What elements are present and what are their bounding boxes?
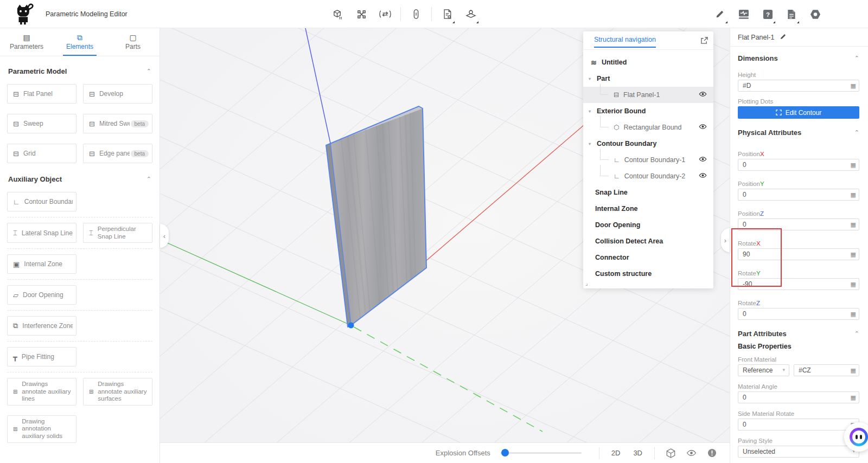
visibility-eye-icon[interactable] bbox=[699, 124, 707, 131]
edit-contour-button[interactable]: Edit Contour bbox=[738, 106, 859, 119]
calculator-icon[interactable]: ▦ bbox=[851, 280, 856, 288]
perpendicular-snap-line-button[interactable]: ⌶Perpendicular Snap Line bbox=[83, 223, 152, 243]
visibility-eye-icon[interactable] bbox=[681, 449, 701, 456]
z-axis-blue bbox=[305, 28, 330, 143]
calculator-icon[interactable]: ▦ bbox=[851, 221, 856, 228]
tab-label: Parameters bbox=[10, 43, 43, 50]
sweep-button[interactable]: ⊟Sweep bbox=[7, 114, 76, 133]
collapse-chevron-icon[interactable]: ⌃ bbox=[146, 176, 151, 183]
tab-parameters[interactable]: ▤ Parameters bbox=[0, 28, 53, 56]
internal-zone-button[interactable]: ▣Internal Zone bbox=[7, 254, 76, 274]
lateral-snap-line-button[interactable]: ⌶Lateral Snap Line bbox=[7, 223, 76, 243]
tree-group-connector[interactable]: Connector bbox=[583, 249, 713, 266]
tree-group-collision-detect-area[interactable]: Collision Detect Area bbox=[583, 233, 713, 249]
side-material-rotate-input[interactable]: 0▦ bbox=[738, 419, 859, 430]
calculator-icon[interactable]: ▦ bbox=[851, 366, 856, 374]
model-3d-icon[interactable] bbox=[326, 0, 349, 28]
caret-down-icon[interactable]: ▾ bbox=[589, 109, 594, 114]
calculator-icon[interactable]: ▦ bbox=[851, 250, 856, 258]
collapse-chevron-icon[interactable]: ⌃ bbox=[854, 55, 859, 62]
mitred-sweep-button[interactable]: ⊟Mitred Sweepbeta bbox=[83, 114, 152, 133]
tree-root-untitled[interactable]: ≋ Untitled bbox=[583, 54, 713, 70]
svg-text:?: ? bbox=[766, 11, 770, 17]
drawing-annotation-solids-button[interactable]: ⧈Drawing annotation auxiliary solids bbox=[7, 415, 76, 443]
tab-parts[interactable]: ▢ Parts bbox=[106, 28, 159, 56]
drawings-annotate-surfaces-button[interactable]: ⧈Drawings annotate auxiliary surfaces bbox=[83, 378, 152, 406]
binding-icon[interactable] bbox=[404, 0, 428, 28]
tree-group-snap-line[interactable]: Snap Line bbox=[583, 184, 713, 201]
drawings-annotate-lines-button[interactable]: ⧈Drawings annotate auxiliary lines bbox=[7, 378, 76, 406]
resize-handle-icon[interactable]: ⌞ bbox=[585, 280, 588, 286]
view-3d-button[interactable]: 3D bbox=[627, 449, 649, 457]
explosion-offsets-label: Explosion Offsets bbox=[436, 449, 490, 457]
rename-pencil-icon[interactable] bbox=[780, 33, 787, 42]
pipe-fitting-button[interactable]: ┳Pipe Fitting bbox=[7, 347, 76, 366]
tab-structural-navigation[interactable]: Structural navigation bbox=[594, 36, 656, 48]
calculator-icon[interactable]: ▦ bbox=[851, 161, 856, 169]
height-input[interactable]: #D ▦ bbox=[738, 80, 859, 92]
caret-down-icon[interactable]: ▾ bbox=[589, 142, 594, 146]
collapse-chevron-icon[interactable]: ⌃ bbox=[854, 129, 859, 136]
tree-group-custom-structure[interactable]: Custom structure bbox=[583, 266, 713, 282]
edge-panel-button[interactable]: ⊟Edge panelbeta bbox=[83, 144, 152, 163]
tree-group-internal-zone[interactable]: Internal Zone bbox=[583, 201, 713, 217]
contour-boundary-button[interactable]: ∟Contour Boundary bbox=[7, 192, 76, 211]
node-cross-icon[interactable] bbox=[349, 0, 373, 28]
collapse-right-sidebar-handle[interactable]: › bbox=[721, 228, 730, 252]
material-angle-label: Material Angle bbox=[738, 381, 859, 390]
tree-item-rectangular-bound[interactable]: ⬡ Rectangular Bound bbox=[583, 119, 713, 136]
side-material-rotate-label: Side Material Rotate bbox=[738, 408, 859, 417]
topbar: Parametric Modeling Editor bbox=[0, 0, 868, 28]
calculator-icon[interactable]: ▦ bbox=[851, 394, 856, 401]
settings-nut-icon[interactable] bbox=[803, 0, 827, 28]
visibility-eye-icon[interactable] bbox=[699, 172, 707, 180]
document-settings-icon[interactable] bbox=[435, 0, 459, 28]
caret-down-icon[interactable]: ▾ bbox=[589, 76, 594, 81]
structure-tree: ≋ Untitled ▾ Part ⊟ Flat Panel-1 ▾ Exter… bbox=[583, 50, 713, 282]
flat-panel-button[interactable]: ⊟Flat Panel bbox=[7, 84, 76, 104]
origin-point bbox=[348, 323, 354, 329]
view-2d-button[interactable]: 2D bbox=[605, 449, 627, 457]
calculator-icon[interactable]: ▦ bbox=[851, 82, 856, 89]
grid-button[interactable]: ⊟Grid bbox=[7, 144, 76, 163]
cube-view-icon[interactable] bbox=[660, 448, 681, 458]
collapse-chevron-icon[interactable]: ⌃ bbox=[146, 68, 151, 75]
paving-style-select[interactable]: Unselected▾ bbox=[738, 446, 859, 458]
position-y-input[interactable]: 0▦ bbox=[738, 189, 859, 201]
front-material-mode-select[interactable]: Reference ▾ bbox=[738, 364, 789, 376]
develop-button[interactable]: ⊟Develop bbox=[83, 84, 152, 104]
rotate-y-input[interactable]: -90▦ bbox=[738, 278, 859, 290]
door-opening-button[interactable]: ▱Door Opening bbox=[7, 285, 76, 305]
calculator-icon[interactable]: ▦ bbox=[851, 310, 856, 318]
position-x-input[interactable]: 0▦ bbox=[738, 159, 859, 171]
rotate-z-input[interactable]: 0▦ bbox=[738, 308, 859, 320]
help-icon[interactable]: ? bbox=[756, 0, 780, 28]
collapse-chevron-icon[interactable]: ⌃ bbox=[854, 330, 859, 337]
rotate-x-input[interactable]: 90▦ bbox=[738, 248, 859, 260]
edit-pencil-icon[interactable] bbox=[708, 0, 732, 28]
layers-export-icon[interactable] bbox=[459, 0, 483, 28]
slider-knob[interactable] bbox=[501, 449, 509, 456]
front-material-input[interactable]: #CZ ▦ bbox=[794, 364, 859, 376]
tab-elements[interactable]: ⧉ Elements bbox=[53, 28, 106, 56]
inspector-title-row: Flat Panel-1 bbox=[730, 28, 868, 47]
visibility-eye-icon[interactable] bbox=[699, 156, 707, 164]
tree-connector bbox=[600, 149, 609, 160]
material-angle-input[interactable]: 0▦ bbox=[738, 391, 859, 403]
interference-zone-button[interactable]: ⧉Interference Zone bbox=[7, 316, 76, 336]
elements-icon: ⧉ bbox=[77, 34, 82, 41]
info-warning-icon[interactable] bbox=[701, 448, 722, 458]
explosion-offsets-slider[interactable] bbox=[500, 452, 582, 454]
annotate-surfaces-icon: ⧈ bbox=[89, 387, 93, 396]
position-z-input[interactable]: 0▦ bbox=[738, 218, 859, 230]
divider bbox=[599, 447, 599, 459]
monitor-activity-icon[interactable] bbox=[732, 0, 756, 28]
swap-icon[interactable] bbox=[373, 0, 397, 28]
visibility-eye-icon[interactable] bbox=[699, 91, 707, 99]
tree-group-door-opening[interactable]: Door Opening bbox=[583, 217, 713, 233]
calculator-icon[interactable]: ▦ bbox=[851, 191, 856, 198]
expand-panel-icon[interactable] bbox=[701, 36, 708, 46]
release-notes-icon[interactable] bbox=[780, 0, 803, 28]
tree-item-flat-panel-1[interactable]: ⊟ Flat Panel-1 bbox=[583, 87, 713, 103]
tree-item-contour-boundary-2[interactable]: ∟ Contour Boundary-2 bbox=[583, 168, 713, 184]
